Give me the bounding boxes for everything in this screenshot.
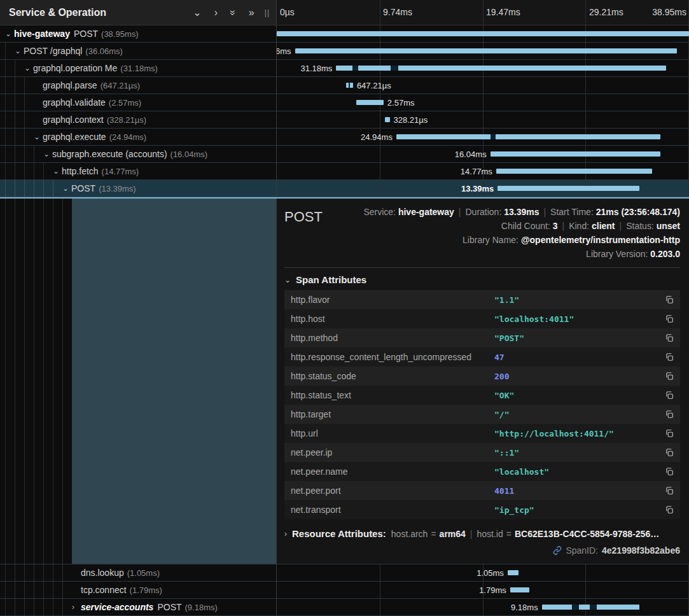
copy-icon[interactable] [665, 486, 674, 495]
span-row[interactable]: ⌄POST /graphql(36.06ms)36.06ms [0, 43, 689, 60]
span-row[interactable]: dns.lookup(1.05ms)1.05ms [0, 564, 689, 582]
span-timeline[interactable]: 14.77ms [277, 163, 689, 179]
span-tree-label[interactable]: tcp.connect(1.79ms) [0, 582, 277, 598]
span-row[interactable]: ⌄graphql.operation Me(31.18ms)31.18ms [0, 60, 689, 77]
span-bar[interactable] [385, 117, 390, 122]
span-tree-label[interactable]: ›service-accountsPOST(9.18ms) [0, 599, 277, 615]
span-timeline[interactable]: 13.39ms [277, 180, 689, 197]
chevron-down-icon[interactable]: ⌄ [24, 65, 33, 71]
indent-guide [24, 564, 34, 581]
span-row[interactable]: graphql.context(328.21µs)328.21µs [0, 111, 689, 129]
expand-all-icon[interactable]: » [249, 8, 254, 18]
span-bar[interactable] [295, 48, 677, 53]
expand-one-icon[interactable]: › [214, 8, 218, 18]
span-tree-label[interactable]: ⌄POST(13.39ms) [0, 180, 277, 197]
span-tree-label[interactable]: ⌄subgraph.execute (accounts)(16.04ms) [0, 146, 277, 162]
span-row[interactable]: graphql.validate(2.57ms)2.57ms [0, 94, 689, 111]
span-timeline[interactable]: 2.57ms [277, 94, 689, 111]
meta-value: hive-gateway [398, 207, 454, 217]
indent-guide [24, 77, 34, 94]
copy-icon[interactable] [665, 391, 674, 400]
span-bar[interactable] [396, 134, 660, 139]
span-row[interactable]: graphql.parse(647.21µs)647.21µs [0, 77, 689, 94]
span-bar[interactable] [336, 66, 665, 71]
indent-guide [34, 199, 43, 564]
meta-key: Library Name: [463, 235, 521, 245]
indent-guide [34, 564, 43, 581]
resource-attributes-row[interactable]: › Resource Attributes: host.arch=arm64|h… [284, 528, 680, 539]
span-bar[interactable] [498, 186, 639, 191]
copy-icon[interactable] [665, 372, 674, 381]
chevron-down-icon[interactable]: ⌄ [62, 185, 71, 192]
span-row[interactable]: ⌄subgraph.execute (accounts)(16.04ms)16.… [0, 146, 689, 163]
span-row[interactable]: ⌄http.fetch(14.77ms)14.77ms [0, 163, 689, 180]
copy-icon[interactable] [665, 467, 674, 476]
indent-guide [34, 599, 43, 615]
span-attributes-header[interactable]: ⌄ Span Attributes [284, 274, 680, 285]
link-icon[interactable] [553, 546, 562, 555]
copy-icon[interactable] [665, 429, 674, 438]
span-bar[interactable] [496, 169, 653, 174]
span-tree-label[interactable]: ⌄graphql.operation Me(31.18ms) [0, 60, 277, 76]
span-row[interactable]: tcp.connect(1.79ms)1.79ms [0, 582, 689, 599]
attribute-key: net.transport [291, 505, 494, 515]
span-timeline[interactable]: 16.04ms [277, 146, 689, 162]
span-row[interactable]: ⌄POST(13.39ms)13.39ms [0, 180, 689, 197]
span-tree-label[interactable]: graphql.context(328.21µs) [0, 111, 277, 128]
bar-tick [590, 605, 597, 610]
span-bar[interactable] [508, 570, 518, 575]
collapse-all-icon[interactable]: » [228, 10, 238, 15]
span-timeline[interactable]: 36.06ms [277, 43, 689, 59]
chevron-down-icon[interactable]: ⌄ [5, 31, 14, 37]
chevron-down-icon[interactable]: ⌄ [15, 48, 24, 54]
copy-icon[interactable] [665, 448, 674, 457]
operation-name: subgraph.execute (accounts) [52, 149, 167, 159]
span-row[interactable]: ⌄graphql.execute(24.94ms)24.94ms [0, 129, 689, 146]
span-tree-label[interactable]: ⌄http.fetch(14.77ms) [0, 163, 277, 179]
copy-icon[interactable] [665, 314, 674, 323]
span-timeline[interactable]: 328.21µs [277, 111, 689, 128]
span-timeline[interactable]: 24.94ms [277, 129, 689, 145]
collapse-one-icon[interactable]: ⌄ [193, 8, 201, 18]
span-tree-label[interactable]: dns.lookup(1.05ms) [0, 564, 277, 581]
copy-icon[interactable] [665, 353, 674, 361]
span-tree-label[interactable]: ⌄hive-gatewayPOST(38.95ms) [0, 25, 277, 42]
span-bar[interactable] [277, 31, 689, 36]
panel-resize-handle[interactable]: || [265, 8, 270, 17]
chevron-down-icon[interactable]: ⌄ [34, 134, 43, 140]
detail-indent [0, 199, 277, 564]
span-row[interactable]: ⌄hive-gatewayPOST(38.95ms)38.95ms [0, 25, 689, 43]
chevron-down-icon[interactable]: ⌄ [53, 168, 62, 174]
span-timeline[interactable]: 1.05ms [277, 564, 689, 581]
copy-icon[interactable] [665, 505, 674, 514]
chevron-down-icon[interactable]: ⌄ [43, 151, 52, 157]
copy-icon[interactable] [665, 295, 674, 304]
span-tree-label[interactable]: graphql.validate(2.57ms) [0, 94, 277, 111]
operation-name: graphql.validate [43, 97, 106, 108]
span-timeline[interactable]: 38.95ms [277, 25, 689, 42]
span-timeline[interactable]: 647.21µs [277, 77, 689, 94]
span-row[interactable]: ›service-accountsPOST(9.18ms)9.18ms [0, 599, 689, 616]
operation-name: POST [71, 183, 95, 193]
span-timeline[interactable]: 1.79ms [277, 582, 689, 598]
span-bar[interactable] [510, 587, 529, 592]
span-tree-label[interactable]: ⌄graphql.execute(24.94ms) [0, 129, 277, 145]
span-duration: (1.05ms) [127, 568, 160, 578]
chevron-right-icon[interactable]: › [72, 604, 81, 610]
copy-icon[interactable] [665, 410, 674, 419]
span-tree-label[interactable]: ⌄POST /graphql(36.06ms) [0, 43, 277, 59]
span-timeline[interactable]: 31.18ms [277, 60, 689, 76]
span-bar[interactable] [491, 151, 660, 157]
axis-tick: 38.95ms [652, 7, 686, 17]
copy-icon[interactable] [665, 333, 674, 342]
span-bar[interactable] [356, 100, 384, 105]
axis-tick: 9.74ms [383, 7, 412, 17]
bar-duration-label: 1.05ms [477, 568, 504, 578]
span-timeline[interactable]: 9.18ms [277, 599, 689, 615]
indent-guide [15, 180, 24, 197]
span-tree-label[interactable]: graphql.parse(647.21µs) [0, 77, 277, 94]
indent-guide [5, 564, 15, 581]
indent-guide [15, 129, 24, 145]
attribute-value: "OK" [494, 391, 665, 400]
detail-meta-line: Library Name: @opentelemetry/instrumenta… [363, 233, 680, 247]
